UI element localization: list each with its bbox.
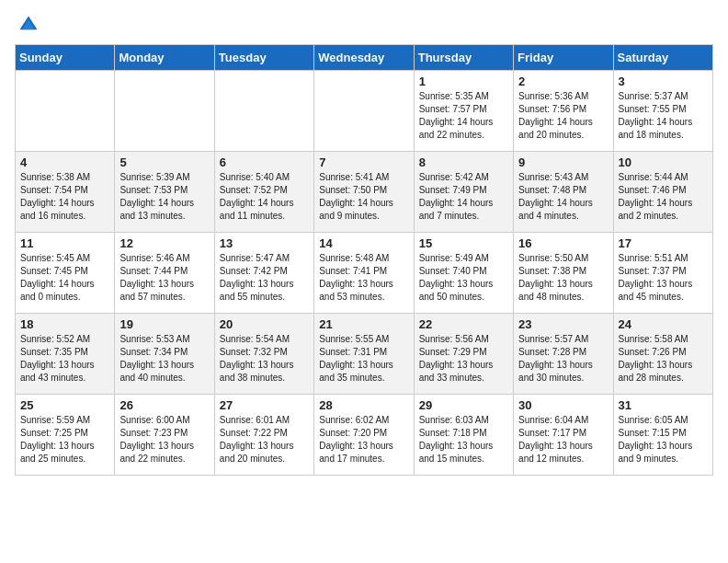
day-info: Sunrise: 5:51 AM Sunset: 7:37 PM Dayligh… (619, 252, 708, 304)
day-number: 4 (20, 155, 109, 169)
day-number: 9 (518, 155, 608, 169)
calendar-cell (16, 71, 115, 152)
day-info: Sunrise: 6:02 AM Sunset: 7:20 PM Dayligh… (319, 414, 408, 465)
calendar-cell (214, 71, 313, 152)
day-info: Sunrise: 5:36 AM Sunset: 7:56 PM Dayligh… (518, 90, 608, 142)
day-info: Sunrise: 5:54 AM Sunset: 7:32 PM Dayligh… (220, 333, 309, 385)
day-info: Sunrise: 5:47 AM Sunset: 7:42 PM Dayligh… (220, 252, 309, 304)
column-header-monday: Monday (115, 45, 214, 71)
day-number: 7 (319, 155, 408, 169)
day-number: 20 (220, 317, 309, 331)
page-header (15, 15, 713, 35)
calendar-cell: 3Sunrise: 5:37 AM Sunset: 7:55 PM Daylig… (613, 71, 712, 152)
day-number: 21 (319, 317, 408, 331)
calendar-cell: 11Sunrise: 5:45 AM Sunset: 7:45 PM Dayli… (16, 233, 115, 314)
day-info: Sunrise: 5:53 AM Sunset: 7:34 PM Dayligh… (119, 333, 209, 385)
day-info: Sunrise: 5:52 AM Sunset: 7:35 PM Dayligh… (20, 333, 109, 385)
day-info: Sunrise: 5:45 AM Sunset: 7:45 PM Dayligh… (20, 252, 109, 304)
calendar-cell: 27Sunrise: 6:01 AM Sunset: 7:22 PM Dayli… (214, 395, 313, 476)
day-number: 14 (319, 236, 408, 250)
calendar-cell (314, 71, 414, 152)
day-number: 24 (619, 317, 708, 331)
day-number: 23 (518, 317, 608, 331)
calendar-week-row: 25Sunrise: 5:59 AM Sunset: 7:25 PM Dayli… (16, 395, 713, 476)
calendar-cell: 4Sunrise: 5:38 AM Sunset: 7:54 PM Daylig… (16, 152, 115, 233)
calendar-cell: 8Sunrise: 5:42 AM Sunset: 7:49 PM Daylig… (414, 152, 513, 233)
calendar-cell: 19Sunrise: 5:53 AM Sunset: 7:34 PM Dayli… (115, 314, 214, 395)
day-info: Sunrise: 5:38 AM Sunset: 7:54 PM Dayligh… (20, 171, 109, 223)
column-header-wednesday: Wednesday (314, 45, 414, 71)
calendar-cell: 24Sunrise: 5:58 AM Sunset: 7:26 PM Dayli… (613, 314, 712, 395)
calendar-week-row: 18Sunrise: 5:52 AM Sunset: 7:35 PM Dayli… (16, 314, 713, 395)
day-info: Sunrise: 5:59 AM Sunset: 7:25 PM Dayligh… (20, 414, 109, 465)
calendar-cell: 7Sunrise: 5:41 AM Sunset: 7:50 PM Daylig… (314, 152, 414, 233)
day-info: Sunrise: 5:43 AM Sunset: 7:48 PM Dayligh… (518, 171, 608, 223)
calendar-cell: 25Sunrise: 5:59 AM Sunset: 7:25 PM Dayli… (16, 395, 115, 476)
day-info: Sunrise: 5:40 AM Sunset: 7:52 PM Dayligh… (220, 171, 309, 223)
day-number: 6 (220, 155, 309, 169)
day-number: 3 (619, 75, 708, 88)
calendar-cell: 10Sunrise: 5:44 AM Sunset: 7:46 PM Dayli… (613, 152, 712, 233)
calendar-cell: 12Sunrise: 5:46 AM Sunset: 7:44 PM Dayli… (115, 233, 214, 314)
day-number: 31 (619, 398, 708, 412)
calendar-week-row: 1Sunrise: 5:35 AM Sunset: 7:57 PM Daylig… (16, 71, 713, 152)
calendar-cell: 9Sunrise: 5:43 AM Sunset: 7:48 PM Daylig… (514, 152, 613, 233)
calendar-cell: 5Sunrise: 5:39 AM Sunset: 7:53 PM Daylig… (115, 152, 214, 233)
calendar-cell: 20Sunrise: 5:54 AM Sunset: 7:32 PM Dayli… (214, 314, 313, 395)
day-number: 16 (518, 236, 608, 250)
day-number: 17 (619, 236, 708, 250)
calendar-cell: 21Sunrise: 5:55 AM Sunset: 7:31 PM Dayli… (314, 314, 414, 395)
calendar-cell: 22Sunrise: 5:56 AM Sunset: 7:29 PM Dayli… (414, 314, 513, 395)
column-header-friday: Friday (514, 45, 613, 71)
calendar-header-row: SundayMondayTuesdayWednesdayThursdayFrid… (16, 45, 713, 71)
day-info: Sunrise: 5:57 AM Sunset: 7:28 PM Dayligh… (518, 333, 608, 385)
calendar-cell: 28Sunrise: 6:02 AM Sunset: 7:20 PM Dayli… (314, 395, 414, 476)
calendar-cell: 2Sunrise: 5:36 AM Sunset: 7:56 PM Daylig… (514, 71, 613, 152)
day-number: 22 (419, 317, 508, 331)
day-number: 10 (619, 155, 708, 169)
day-number: 1 (419, 75, 508, 88)
day-number: 2 (518, 75, 608, 88)
day-number: 12 (119, 236, 209, 250)
day-number: 19 (119, 317, 209, 331)
day-number: 30 (518, 398, 608, 412)
day-info: Sunrise: 5:56 AM Sunset: 7:29 PM Dayligh… (419, 333, 508, 385)
day-info: Sunrise: 5:44 AM Sunset: 7:46 PM Dayligh… (619, 171, 708, 223)
calendar-cell: 16Sunrise: 5:50 AM Sunset: 7:38 PM Dayli… (514, 233, 613, 314)
day-info: Sunrise: 5:39 AM Sunset: 7:53 PM Dayligh… (119, 171, 209, 223)
calendar-table: SundayMondayTuesdayWednesdayThursdayFrid… (15, 44, 713, 476)
day-info: Sunrise: 6:04 AM Sunset: 7:17 PM Dayligh… (518, 414, 608, 465)
day-info: Sunrise: 5:50 AM Sunset: 7:38 PM Dayligh… (518, 252, 608, 304)
day-number: 13 (220, 236, 309, 250)
day-info: Sunrise: 5:42 AM Sunset: 7:49 PM Dayligh… (419, 171, 508, 223)
calendar-cell (115, 71, 214, 152)
day-number: 27 (220, 398, 309, 412)
calendar-cell: 31Sunrise: 6:05 AM Sunset: 7:15 PM Dayli… (613, 395, 712, 476)
day-info: Sunrise: 6:05 AM Sunset: 7:15 PM Dayligh… (619, 414, 708, 465)
calendar-cell: 15Sunrise: 5:49 AM Sunset: 7:40 PM Dayli… (414, 233, 513, 314)
column-header-sunday: Sunday (16, 45, 115, 71)
day-info: Sunrise: 5:48 AM Sunset: 7:41 PM Dayligh… (319, 252, 408, 304)
calendar-cell: 26Sunrise: 6:00 AM Sunset: 7:23 PM Dayli… (115, 395, 214, 476)
day-info: Sunrise: 5:46 AM Sunset: 7:44 PM Dayligh… (119, 252, 209, 304)
day-info: Sunrise: 5:49 AM Sunset: 7:40 PM Dayligh… (419, 252, 508, 304)
day-info: Sunrise: 6:03 AM Sunset: 7:18 PM Dayligh… (419, 414, 508, 465)
calendar-cell: 18Sunrise: 5:52 AM Sunset: 7:35 PM Dayli… (16, 314, 115, 395)
day-info: Sunrise: 6:00 AM Sunset: 7:23 PM Dayligh… (119, 414, 209, 465)
day-info: Sunrise: 5:37 AM Sunset: 7:55 PM Dayligh… (619, 90, 708, 142)
calendar-cell: 6Sunrise: 5:40 AM Sunset: 7:52 PM Daylig… (214, 152, 313, 233)
day-number: 26 (119, 398, 209, 412)
calendar-cell: 23Sunrise: 5:57 AM Sunset: 7:28 PM Dayli… (514, 314, 613, 395)
column-header-saturday: Saturday (613, 45, 712, 71)
calendar-cell: 1Sunrise: 5:35 AM Sunset: 7:57 PM Daylig… (414, 71, 513, 152)
logo-icon (18, 15, 39, 35)
calendar-cell: 14Sunrise: 5:48 AM Sunset: 7:41 PM Dayli… (314, 233, 414, 314)
calendar-cell: 17Sunrise: 5:51 AM Sunset: 7:37 PM Dayli… (613, 233, 712, 314)
day-info: Sunrise: 5:58 AM Sunset: 7:26 PM Dayligh… (619, 333, 708, 385)
day-number: 28 (319, 398, 408, 412)
day-info: Sunrise: 6:01 AM Sunset: 7:22 PM Dayligh… (220, 414, 309, 465)
day-info: Sunrise: 5:35 AM Sunset: 7:57 PM Dayligh… (419, 90, 508, 142)
column-header-thursday: Thursday (414, 45, 513, 71)
day-number: 29 (419, 398, 508, 412)
logo (15, 15, 39, 35)
